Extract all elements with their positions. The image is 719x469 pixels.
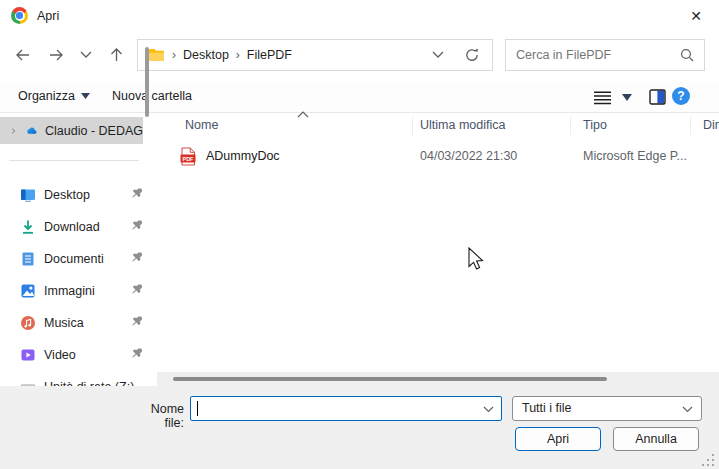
file-modified-date: 04/03/2022 21:30	[420, 149, 517, 163]
dialog-footer: Nome file: Tutti i file Apri Annulla	[0, 386, 719, 469]
folder-icon	[148, 48, 165, 62]
column-header-name[interactable]: Nome	[185, 118, 218, 132]
up-icon[interactable]	[108, 47, 125, 63]
view-options-caret-icon[interactable]	[622, 94, 632, 101]
refresh-icon[interactable]	[464, 47, 480, 63]
video-icon	[20, 347, 36, 363]
sidebar-item-documents[interactable]: Documenti	[20, 245, 143, 272]
file-name: ADummyDoc	[206, 149, 280, 163]
back-icon[interactable]	[14, 47, 31, 63]
pin-icon	[130, 188, 143, 201]
pin-icon	[130, 252, 143, 265]
navigation-sidebar: Claudio - DEDAG Desktop Download Documen…	[0, 113, 151, 386]
filename-dropdown-chevron-icon[interactable]	[483, 406, 494, 413]
mouse-cursor	[468, 247, 487, 274]
chrome-icon	[11, 7, 28, 24]
resize-grip[interactable]	[701, 453, 714, 466]
filename-input[interactable]	[190, 396, 502, 421]
expand-chevron-icon[interactable]	[9, 124, 18, 138]
column-header-type[interactable]: Tipo	[583, 118, 607, 132]
sidebar-item-download[interactable]: Download	[20, 213, 143, 240]
organize-menu[interactable]: Organizza	[18, 89, 90, 103]
open-button[interactable]: Apri	[515, 427, 601, 451]
search-icon	[680, 48, 694, 62]
pdf-file-icon: PDF	[180, 147, 196, 169]
filetype-combobox[interactable]: Tutti i file	[512, 396, 702, 421]
breadcrumb-desktop[interactable]: Desktop	[183, 48, 229, 62]
svg-text:PDF: PDF	[183, 156, 194, 162]
sidebar-item-music[interactable]: Musica	[20, 309, 143, 336]
title-bar: Apri ✕	[0, 0, 719, 33]
filetype-value: Tutti i file	[522, 401, 572, 415]
onedrive-cloud-icon	[26, 124, 38, 137]
breadcrumb-separator: ›	[236, 48, 240, 62]
view-list-icon[interactable]	[593, 91, 612, 105]
column-separator	[412, 117, 413, 135]
sidebar-item-label: Desktop	[44, 188, 130, 202]
sidebar-item-videos[interactable]: Video	[20, 341, 143, 368]
sidebar-item-label: Musica	[44, 316, 130, 330]
sidebar-divider	[9, 160, 139, 161]
search-box[interactable]	[505, 39, 705, 71]
search-input[interactable]	[516, 48, 680, 62]
column-separator	[570, 117, 571, 135]
column-header-size[interactable]: Dimensione	[703, 118, 719, 132]
sidebar-item-pictures[interactable]: Immagini	[20, 277, 143, 304]
music-icon	[20, 315, 36, 331]
sidebar-scrollbar[interactable]	[145, 47, 149, 117]
sidebar-item-onedrive[interactable]: Claudio - DEDAG	[0, 117, 143, 144]
documents-icon	[20, 251, 36, 267]
new-folder-button[interactable]: Nuova cartella	[112, 89, 192, 103]
caret-down-icon	[81, 93, 90, 99]
sidebar-item-label: Download	[44, 220, 130, 234]
breadcrumb-separator: ›	[172, 48, 176, 62]
recent-locations-chevron-icon[interactable]	[80, 51, 92, 59]
pictures-icon	[20, 283, 36, 299]
address-bar[interactable]: › Desktop › FilePDF	[137, 39, 493, 71]
sidebar-item-label: Immagini	[44, 284, 130, 298]
forward-icon[interactable]	[48, 47, 65, 63]
horizontal-scrollbar-thumb[interactable]	[173, 377, 607, 381]
sidebar-item-desktop[interactable]: Desktop	[20, 181, 143, 208]
filetype-dropdown-chevron-icon[interactable]	[682, 406, 693, 413]
column-header-modified[interactable]: Ultima modifica	[420, 118, 505, 132]
cancel-button[interactable]: Annulla	[613, 427, 699, 451]
address-dropdown-chevron-icon[interactable]	[432, 51, 444, 59]
organize-label: Organizza	[18, 89, 75, 103]
file-type: Microsoft Edge P...	[583, 149, 687, 163]
breadcrumb-filepdf[interactable]: FilePDF	[247, 48, 292, 62]
pin-icon	[130, 316, 143, 329]
onedrive-label: Claudio - DEDAG	[45, 124, 143, 138]
close-button[interactable]: ✕	[673, 0, 719, 31]
sort-ascending-icon	[297, 111, 309, 118]
download-icon	[20, 219, 36, 235]
preview-pane-icon[interactable]	[649, 89, 666, 105]
pin-icon	[130, 220, 143, 233]
filename-label: Nome file:	[130, 402, 184, 430]
help-icon[interactable]: ?	[672, 87, 690, 105]
desktop-icon	[20, 187, 36, 203]
horizontal-scrollbar[interactable]	[157, 372, 719, 386]
text-caret	[197, 401, 198, 416]
pin-icon	[130, 348, 143, 361]
column-separator	[690, 117, 691, 135]
new-folder-label: Nuova cartella	[112, 89, 192, 103]
window-title: Apri	[37, 9, 59, 23]
file-row[interactable]: PDF ADummyDoc 04/03/2022 21:30 Microsoft…	[178, 145, 718, 168]
sidebar-item-label: Documenti	[44, 252, 130, 266]
pin-icon	[130, 284, 143, 297]
dialog-toolbar: Organizza Nuova cartella ?	[0, 82, 719, 113]
sidebar-item-label: Video	[44, 348, 130, 362]
